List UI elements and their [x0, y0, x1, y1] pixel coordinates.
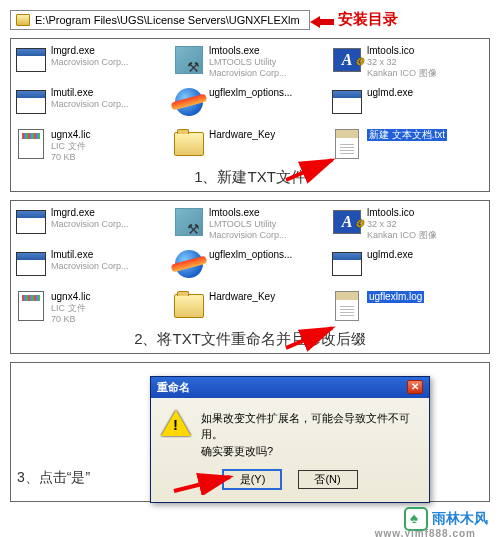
file-lmtools-exe[interactable]: lmtools.exeLMTOOLS UtilityMacrovision Co…	[173, 207, 327, 243]
file-lmtools-ico[interactable]: A⚙ lmtools.ico32 x 32Kankan ICO 图像	[331, 45, 485, 81]
file-ugflexlm-options[interactable]: ugflexlm_options...	[173, 87, 327, 123]
svg-line-6	[174, 477, 230, 491]
red-arrow-icon	[282, 324, 342, 352]
file-ugflexlm-options[interactable]: ugflexlm_options...	[173, 249, 327, 285]
step2-caption: 2、将TXT文件重命名并且修改后缀	[11, 330, 489, 349]
globe-icon	[175, 250, 203, 278]
brand-logo: 雨林木风 www.ylmf888.com	[404, 507, 488, 531]
globe-icon	[175, 88, 203, 116]
file-lmgrd[interactable]: lmgrd.exeMacrovision Corp...	[15, 207, 169, 243]
step3-label: 3、点击“是”	[17, 469, 90, 487]
dialog-titlebar[interactable]: 重命名 ✕	[151, 377, 429, 398]
svg-marker-0	[310, 16, 334, 28]
exe-icon	[16, 252, 46, 276]
install-dir-label: 安装目录	[338, 10, 398, 29]
path-text: E:\Program Files\UGS\License Servers\UGN…	[35, 14, 300, 26]
brand-url: www.ylmf888.com	[375, 528, 476, 537]
folder-icon	[174, 294, 204, 318]
file-ugflexlm-log[interactable]: ugflexlm.log	[331, 291, 485, 327]
file-panel-2: lmgrd.exeMacrovision Corp... lmtools.exe…	[10, 200, 490, 354]
folder-icon	[16, 14, 30, 26]
exe-icon	[16, 48, 46, 72]
ico-icon: A⚙	[333, 48, 361, 72]
folder-icon	[174, 132, 204, 156]
arrow-icon	[310, 16, 334, 28]
lic-icon	[18, 129, 44, 159]
file-lmutil[interactable]: lmutil.exeMacrovision Corp...	[15, 87, 169, 123]
file-uglmd[interactable]: uglmd.exe	[331, 87, 485, 123]
file-lmtools-ico[interactable]: A⚙ lmtools.ico32 x 32Kankan ICO 图像	[331, 207, 485, 243]
file-lmutil[interactable]: lmutil.exeMacrovision Corp...	[15, 249, 169, 285]
exe-icon	[332, 252, 362, 276]
path-bar[interactable]: E:\Program Files\UGS\License Servers\UGN…	[10, 10, 310, 30]
exe-icon	[16, 210, 46, 234]
file-new-txt[interactable]: 新建 文本文档.txt	[331, 129, 485, 165]
red-arrow-icon	[170, 471, 240, 495]
lmtools-icon	[175, 208, 203, 236]
file-grid: lmgrd.exeMacrovision Corp... lmtools.exe…	[15, 45, 485, 165]
file-lmtools-exe[interactable]: lmtools.exeLMTOOLS UtilityMacrovision Co…	[173, 45, 327, 81]
file-lmgrd[interactable]: lmgrd.exeMacrovision Corp...	[15, 45, 169, 81]
svg-line-4	[286, 328, 332, 348]
exe-icon	[332, 90, 362, 114]
dialog-message: 如果改变文件扩展名，可能会导致文件不可用。 确实要更改吗?	[201, 410, 419, 460]
file-grid: lmgrd.exeMacrovision Corp... lmtools.exe…	[15, 207, 485, 327]
file-panel-1: lmgrd.exeMacrovision Corp... lmtools.exe…	[10, 38, 490, 192]
lmtools-icon	[175, 46, 203, 74]
red-arrow-icon	[282, 156, 342, 184]
file-uglmd[interactable]: uglmd.exe	[331, 249, 485, 285]
lic-icon	[18, 291, 44, 321]
file-ugnx4-lic[interactable]: ugnx4.licLIC 文件70 KB	[15, 291, 169, 327]
exe-icon	[16, 90, 46, 114]
file-ugnx4-lic[interactable]: ugnx4.licLIC 文件70 KB	[15, 129, 169, 165]
txt-icon	[335, 291, 359, 321]
step1-caption: 1、新建TXT文件	[11, 168, 489, 187]
svg-line-2	[286, 160, 332, 180]
file-hardware-key[interactable]: Hardware_Key	[173, 291, 327, 327]
no-button[interactable]: 否(N)	[298, 470, 358, 489]
txt-icon	[335, 129, 359, 159]
close-button[interactable]: ✕	[407, 380, 423, 394]
warning-icon	[161, 410, 191, 438]
ico-icon: A⚙	[333, 210, 361, 234]
dialog-title-text: 重命名	[157, 380, 190, 395]
